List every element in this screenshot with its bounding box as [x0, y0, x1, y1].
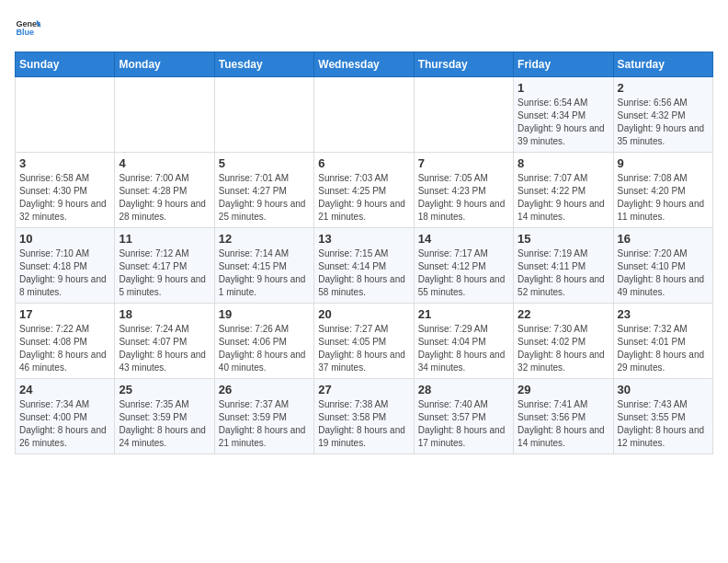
calendar-cell: 6Sunrise: 7:03 AMSunset: 4:25 PMDaylight… — [314, 153, 414, 228]
svg-text:Blue: Blue — [16, 28, 34, 37]
logo: General Blue — [15, 15, 44, 40]
day-number: 10 — [19, 232, 110, 246]
calendar-week-3: 10Sunrise: 7:10 AMSunset: 4:18 PMDayligh… — [16, 228, 713, 304]
day-info: Sunrise: 7:12 AMSunset: 4:17 PMDaylight:… — [119, 247, 210, 299]
day-info: Sunrise: 7:19 AMSunset: 4:11 PMDaylight:… — [518, 247, 609, 299]
calendar-cell: 12Sunrise: 7:14 AMSunset: 4:15 PMDayligh… — [214, 228, 313, 304]
calendar-cell — [314, 77, 414, 153]
day-number: 3 — [19, 156, 110, 170]
day-info: Sunrise: 7:37 AMSunset: 3:59 PMDaylight:… — [219, 398, 310, 450]
header-sunday: Sunday — [16, 52, 115, 77]
day-number: 6 — [318, 156, 409, 170]
day-number: 20 — [318, 307, 409, 321]
calendar-cell: 24Sunrise: 7:34 AMSunset: 4:00 PMDayligh… — [16, 379, 115, 454]
calendar-week-4: 17Sunrise: 7:22 AMSunset: 4:08 PMDayligh… — [16, 304, 713, 379]
day-info: Sunrise: 7:30 AMSunset: 4:02 PMDaylight:… — [518, 323, 609, 374]
day-number: 29 — [518, 383, 609, 396]
day-info: Sunrise: 7:35 AMSunset: 3:59 PMDaylight:… — [119, 398, 210, 450]
calendar-table: SundayMondayTuesdayWednesdayThursdayFrid… — [15, 52, 713, 454]
calendar-week-1: 1Sunrise: 6:54 AMSunset: 4:34 PMDaylight… — [16, 77, 713, 153]
calendar-cell: 7Sunrise: 7:05 AMSunset: 4:23 PMDaylight… — [414, 153, 513, 228]
calendar-cell: 3Sunrise: 6:58 AMSunset: 4:30 PMDaylight… — [16, 153, 115, 228]
calendar-cell: 9Sunrise: 7:08 AMSunset: 4:20 PMDaylight… — [613, 153, 712, 228]
calendar-cell: 10Sunrise: 7:10 AMSunset: 4:18 PMDayligh… — [16, 228, 115, 304]
day-info: Sunrise: 6:56 AMSunset: 4:32 PMDaylight:… — [618, 97, 709, 148]
calendar-cell: 15Sunrise: 7:19 AMSunset: 4:11 PMDayligh… — [514, 228, 613, 304]
calendar-cell: 30Sunrise: 7:43 AMSunset: 3:55 PMDayligh… — [613, 379, 712, 454]
calendar-cell — [214, 77, 313, 153]
day-number: 17 — [19, 307, 110, 321]
day-number: 1 — [518, 81, 609, 95]
day-number: 27 — [318, 383, 409, 396]
calendar-cell: 29Sunrise: 7:41 AMSunset: 3:56 PMDayligh… — [514, 379, 613, 454]
calendar-cell: 1Sunrise: 6:54 AMSunset: 4:34 PMDaylight… — [514, 77, 613, 153]
calendar-cell: 2Sunrise: 6:56 AMSunset: 4:32 PMDaylight… — [613, 77, 712, 153]
day-info: Sunrise: 7:00 AMSunset: 4:28 PMDaylight:… — [119, 172, 210, 224]
day-info: Sunrise: 7:41 AMSunset: 3:56 PMDaylight:… — [518, 398, 609, 450]
header-friday: Friday — [514, 52, 613, 77]
logo-icon: General Blue — [15, 15, 40, 40]
calendar-cell: 22Sunrise: 7:30 AMSunset: 4:02 PMDayligh… — [514, 304, 613, 379]
day-number: 8 — [518, 156, 609, 170]
day-number: 22 — [518, 307, 609, 321]
day-info: Sunrise: 7:20 AMSunset: 4:10 PMDaylight:… — [618, 247, 709, 299]
calendar-cell: 8Sunrise: 7:07 AMSunset: 4:22 PMDaylight… — [514, 153, 613, 228]
day-number: 19 — [219, 307, 310, 321]
day-info: Sunrise: 7:22 AMSunset: 4:08 PMDaylight:… — [19, 323, 110, 374]
calendar-cell: 20Sunrise: 7:27 AMSunset: 4:05 PMDayligh… — [314, 304, 414, 379]
day-number: 18 — [119, 307, 210, 321]
calendar-cell: 21Sunrise: 7:29 AMSunset: 4:04 PMDayligh… — [414, 304, 513, 379]
day-info: Sunrise: 7:29 AMSunset: 4:04 PMDaylight:… — [418, 323, 509, 374]
day-info: Sunrise: 7:17 AMSunset: 4:12 PMDaylight:… — [418, 247, 509, 299]
calendar-cell — [414, 77, 513, 153]
day-info: Sunrise: 7:43 AMSunset: 3:55 PMDaylight:… — [618, 398, 709, 450]
calendar-cell: 27Sunrise: 7:38 AMSunset: 3:58 PMDayligh… — [314, 379, 414, 454]
day-info: Sunrise: 7:24 AMSunset: 4:07 PMDaylight:… — [119, 323, 210, 374]
day-info: Sunrise: 7:26 AMSunset: 4:06 PMDaylight:… — [219, 323, 310, 374]
calendar-cell: 25Sunrise: 7:35 AMSunset: 3:59 PMDayligh… — [115, 379, 214, 454]
header-tuesday: Tuesday — [214, 52, 313, 77]
day-number: 14 — [418, 232, 509, 246]
calendar-cell: 13Sunrise: 7:15 AMSunset: 4:14 PMDayligh… — [314, 228, 414, 304]
day-number: 26 — [219, 383, 310, 396]
calendar-cell: 19Sunrise: 7:26 AMSunset: 4:06 PMDayligh… — [214, 304, 313, 379]
day-number: 16 — [618, 232, 709, 246]
day-info: Sunrise: 7:14 AMSunset: 4:15 PMDaylight:… — [219, 247, 310, 299]
calendar-cell: 5Sunrise: 7:01 AMSunset: 4:27 PMDaylight… — [214, 153, 313, 228]
day-info: Sunrise: 7:07 AMSunset: 4:22 PMDaylight:… — [518, 172, 609, 224]
day-info: Sunrise: 7:01 AMSunset: 4:27 PMDaylight:… — [219, 172, 310, 224]
header-saturday: Saturday — [613, 52, 712, 77]
calendar-week-2: 3Sunrise: 6:58 AMSunset: 4:30 PMDaylight… — [16, 153, 713, 228]
calendar-cell — [115, 77, 214, 153]
calendar-cell: 28Sunrise: 7:40 AMSunset: 3:57 PMDayligh… — [414, 379, 513, 454]
header-wednesday: Wednesday — [314, 52, 414, 77]
calendar-cell: 16Sunrise: 7:20 AMSunset: 4:10 PMDayligh… — [613, 228, 712, 304]
day-info: Sunrise: 7:05 AMSunset: 4:23 PMDaylight:… — [418, 172, 509, 224]
day-number: 5 — [219, 156, 310, 170]
day-info: Sunrise: 7:32 AMSunset: 4:01 PMDaylight:… — [618, 323, 709, 374]
calendar-cell — [16, 77, 115, 153]
day-number: 30 — [618, 383, 709, 396]
day-number: 9 — [618, 156, 709, 170]
day-number: 12 — [219, 232, 310, 246]
calendar-cell: 17Sunrise: 7:22 AMSunset: 4:08 PMDayligh… — [16, 304, 115, 379]
day-info: Sunrise: 6:54 AMSunset: 4:34 PMDaylight:… — [518, 97, 609, 148]
day-number: 23 — [618, 307, 709, 321]
day-number: 11 — [119, 232, 210, 246]
calendar-cell: 11Sunrise: 7:12 AMSunset: 4:17 PMDayligh… — [115, 228, 214, 304]
day-info: Sunrise: 7:38 AMSunset: 3:58 PMDaylight:… — [318, 398, 409, 450]
day-number: 25 — [119, 383, 210, 396]
header: General Blue — [15, 15, 713, 40]
day-number: 4 — [119, 156, 210, 170]
calendar-header-row: SundayMondayTuesdayWednesdayThursdayFrid… — [16, 52, 713, 77]
calendar-cell: 23Sunrise: 7:32 AMSunset: 4:01 PMDayligh… — [613, 304, 712, 379]
calendar-week-5: 24Sunrise: 7:34 AMSunset: 4:00 PMDayligh… — [16, 379, 713, 454]
day-number: 13 — [318, 232, 409, 246]
day-number: 21 — [418, 307, 509, 321]
day-info: Sunrise: 7:15 AMSunset: 4:14 PMDaylight:… — [318, 247, 409, 299]
calendar-cell: 26Sunrise: 7:37 AMSunset: 3:59 PMDayligh… — [214, 379, 313, 454]
day-number: 7 — [418, 156, 509, 170]
calendar-cell: 18Sunrise: 7:24 AMSunset: 4:07 PMDayligh… — [115, 304, 214, 379]
day-info: Sunrise: 7:08 AMSunset: 4:20 PMDaylight:… — [618, 172, 709, 224]
day-number: 24 — [19, 383, 110, 396]
